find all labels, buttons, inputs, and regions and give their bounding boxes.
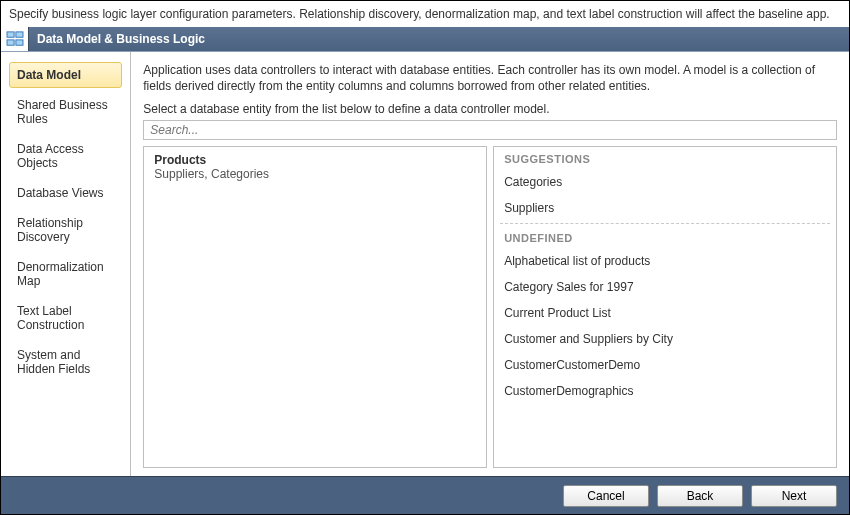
undefined-label: Customer and Suppliers by City <box>504 332 673 346</box>
suggestion-label: Suppliers <box>504 201 554 215</box>
main-panel: Application uses data controllers to int… <box>131 52 849 476</box>
undefined-item[interactable]: CustomerDemographics <box>494 378 836 404</box>
sidebar-item-label: Data Model <box>17 68 81 82</box>
sidebar-item-shared-business-rules[interactable]: Shared Business Rules <box>9 92 122 132</box>
data-model-icon <box>1 27 29 51</box>
sidebar-item-data-model[interactable]: Data Model <box>9 62 122 88</box>
footer-bar: Cancel Back Next <box>1 476 849 514</box>
suggestions-header: SUGGESTIONS <box>494 147 836 169</box>
undefined-label: CustomerCustomerDemo <box>504 358 640 372</box>
suggestion-item[interactable]: Categories <box>494 169 836 195</box>
sidebar-item-data-access-objects[interactable]: Data Access Objects <box>9 136 122 176</box>
separator <box>500 223 830 224</box>
cancel-button[interactable]: Cancel <box>563 485 649 507</box>
svg-rect-3 <box>15 40 22 45</box>
instruction-text: Select a database entity from the list b… <box>143 102 837 116</box>
sidebar-item-denormalization-map[interactable]: Denormalization Map <box>9 254 122 294</box>
sidebar-item-database-views[interactable]: Database Views <box>9 180 122 206</box>
undefined-item[interactable]: Customer and Suppliers by City <box>494 326 836 352</box>
wizard-window: Specify business logic layer configurati… <box>0 0 850 515</box>
undefined-label: CustomerDemographics <box>504 384 633 398</box>
undefined-header: UNDEFINED <box>494 226 836 248</box>
svg-rect-2 <box>7 40 14 45</box>
undefined-label: Alphabetical list of products <box>504 254 650 268</box>
svg-rect-0 <box>7 32 14 37</box>
sidebar-item-label: Data Access Objects <box>17 142 84 170</box>
next-button[interactable]: Next <box>751 485 837 507</box>
entity-columns: Products Suppliers, Categories SUGGESTIO… <box>143 146 837 468</box>
undefined-item[interactable]: Alphabetical list of products <box>494 248 836 274</box>
search-input[interactable] <box>143 120 837 140</box>
page-description: Specify business logic layer configurati… <box>1 1 849 27</box>
undefined-item[interactable]: CustomerCustomerDemo <box>494 352 836 378</box>
svg-rect-1 <box>15 32 22 37</box>
sidebar-item-label: Denormalization Map <box>17 260 104 288</box>
sidebar-item-label: Shared Business Rules <box>17 98 108 126</box>
selected-entity-name: Products <box>154 153 476 167</box>
sidebar-item-label: System and Hidden Fields <box>17 348 90 376</box>
suggestion-label: Categories <box>504 175 562 189</box>
undefined-item[interactable]: Category Sales for 1997 <box>494 274 836 300</box>
sidebar-nav: Data Model Shared Business Rules Data Ac… <box>1 52 131 476</box>
undefined-item[interactable]: Current Product List <box>494 300 836 326</box>
entity-suggestion-panel[interactable]: SUGGESTIONS Categories Suppliers UNDEFIN… <box>493 146 837 468</box>
suggestion-item[interactable]: Suppliers <box>494 195 836 221</box>
sidebar-item-text-label-construction[interactable]: Text Label Construction <box>9 298 122 338</box>
section-title-bar: Data Model & Business Logic <box>1 27 849 51</box>
selected-entity-related: Suppliers, Categories <box>154 167 476 181</box>
section-title: Data Model & Business Logic <box>29 32 205 46</box>
sidebar-item-label: Text Label Construction <box>17 304 84 332</box>
content-body: Data Model Shared Business Rules Data Ac… <box>1 51 849 476</box>
sidebar-item-system-hidden-fields[interactable]: System and Hidden Fields <box>9 342 122 382</box>
intro-text: Application uses data controllers to int… <box>143 62 837 94</box>
undefined-label: Category Sales for 1997 <box>504 280 633 294</box>
sidebar-item-relationship-discovery[interactable]: Relationship Discovery <box>9 210 122 250</box>
sidebar-item-label: Database Views <box>17 186 104 200</box>
selected-entity-panel[interactable]: Products Suppliers, Categories <box>143 146 487 468</box>
sidebar-item-label: Relationship Discovery <box>17 216 83 244</box>
back-button[interactable]: Back <box>657 485 743 507</box>
undefined-label: Current Product List <box>504 306 611 320</box>
